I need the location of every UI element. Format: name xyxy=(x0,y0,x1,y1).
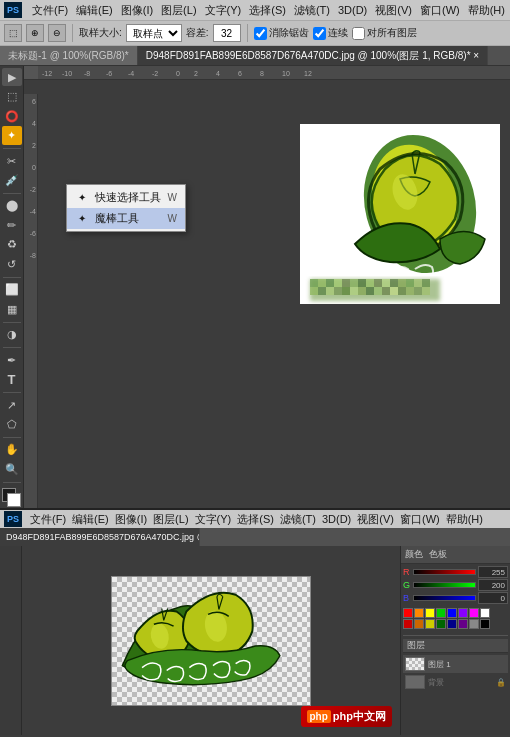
menu-filter[interactable]: 滤镜(T) xyxy=(294,3,330,18)
tool-path-select[interactable]: ↗ xyxy=(2,396,22,414)
menu-help-b[interactable]: 帮助(H) xyxy=(446,512,483,527)
menu-image-b[interactable]: 图像(I) xyxy=(115,512,147,527)
sample-size-select[interactable]: 取样点 xyxy=(126,24,182,42)
bg-layer-item[interactable]: 背景 🔒 xyxy=(403,673,508,691)
menu-layer-b[interactable]: 图层(L) xyxy=(153,512,188,527)
options-bar-top: ⬚ ⊕ ⊖ 取样大小: 取样点 容差: 消除锯齿 连续 对所有图层 xyxy=(0,20,510,46)
menu-image[interactable]: 图像(I) xyxy=(121,3,153,18)
tool-brush[interactable]: ✏ xyxy=(2,216,22,234)
tool-options-icon2[interactable]: ⊕ xyxy=(26,24,44,42)
tab-untitled[interactable]: 未标题-1 @ 100%(RGB/8)* xyxy=(0,46,138,65)
swatch-indigo[interactable] xyxy=(458,619,468,629)
tool-text[interactable]: T xyxy=(2,370,22,388)
swatch-white[interactable] xyxy=(480,608,490,618)
swatch-orange[interactable] xyxy=(414,608,424,618)
color-picker[interactable] xyxy=(2,488,22,506)
menu-3d-b[interactable]: 3D(D) xyxy=(322,513,351,525)
tool-magic-wand[interactable]: ✦ xyxy=(2,126,22,144)
menu-layer[interactable]: 图层(L) xyxy=(161,3,196,18)
menu-file[interactable]: 文件(F) xyxy=(32,3,68,18)
swatch-darkred[interactable] xyxy=(403,619,413,629)
color-r-row: R xyxy=(403,566,508,578)
tool-zoom[interactable]: 🔍 xyxy=(2,460,22,478)
swatch-red[interactable] xyxy=(403,608,413,618)
ruler-horizontal: -12 -10 -8 -6 -4 -2 0 2 4 6 8 10 12 xyxy=(24,66,510,80)
menu-text[interactable]: 文字(Y) xyxy=(205,3,242,18)
tab-jpg-bottom[interactable]: D948FD891FAB899E6D8587D676A470DC.jpg @ 1… xyxy=(0,528,200,546)
tool-eraser[interactable]: ⬜ xyxy=(2,281,22,299)
swatch-green[interactable] xyxy=(436,608,446,618)
menu-3d[interactable]: 3D(D) xyxy=(338,4,367,16)
canvas-with-ruler: 6 4 2 0 -2 -4 -6 -8 ✦ 快速选择工具 xyxy=(24,80,510,508)
menu-select[interactable]: 选择(S) xyxy=(249,3,286,18)
svg-rect-29 xyxy=(382,287,390,295)
tool-pen[interactable]: ✒ xyxy=(2,351,22,369)
quick-select-icon: ✦ xyxy=(75,191,89,205)
tool-select-rect[interactable]: ⬚ xyxy=(2,87,22,105)
svg-rect-17 xyxy=(406,279,414,287)
menu-view[interactable]: 视图(V) xyxy=(375,3,412,18)
tool-options-icon1[interactable]: ⬚ xyxy=(4,24,22,42)
swatch-brown[interactable] xyxy=(414,619,424,629)
toolbar-left-top: ▶ ⬚ ⭕ ✦ ✂ 💉 ⬤ ✏ ♻ ↺ ⬜ ▦ ◑ ✒ T ↗ ⬠ ✋ 🔍 xyxy=(0,66,24,508)
menu-window[interactable]: 窗口(W) xyxy=(420,3,460,18)
contiguous-checkbox[interactable]: 连续 xyxy=(313,26,348,40)
ruler-vertical: 6 4 2 0 -2 -4 -6 -8 xyxy=(24,94,38,508)
menu-edit-b[interactable]: 编辑(E) xyxy=(72,512,109,527)
svg-rect-12 xyxy=(366,279,374,287)
swatch-blue[interactable] xyxy=(447,608,457,618)
tool-hand[interactable]: ✋ xyxy=(2,441,22,459)
content-area-top: -12 -10 -8 -6 -4 -2 0 2 4 6 8 10 12 6 4 xyxy=(24,66,510,508)
tool-spot-heal[interactable]: ⬤ xyxy=(2,197,22,215)
tab-jpg-file[interactable]: D948FD891FAB899E6D8587D676A470DC.jpg @ 1… xyxy=(138,46,488,65)
layer-item[interactable]: 图层 1 xyxy=(403,655,508,673)
tool-lasso[interactable]: ⭕ xyxy=(2,107,22,125)
svg-rect-16 xyxy=(398,279,406,287)
svg-rect-26 xyxy=(358,287,366,295)
tolerance-input[interactable] xyxy=(213,24,241,42)
menu-text-b[interactable]: 文字(Y) xyxy=(195,512,232,527)
tool-eyedropper[interactable]: 💉 xyxy=(2,171,22,189)
menu-filter-b[interactable]: 滤镜(T) xyxy=(280,512,316,527)
menu-edit[interactable]: 编辑(E) xyxy=(76,3,113,18)
tool-context-menu: ✦ 快速选择工具 W ✦ 魔棒工具 W xyxy=(66,184,186,232)
tool-dodge[interactable]: ◑ xyxy=(2,326,22,344)
panels-right: 颜色 色板 R G B xyxy=(400,546,510,735)
swatch-yellow[interactable] xyxy=(425,608,435,618)
swatch-black[interactable] xyxy=(480,619,490,629)
tool-shape[interactable]: ⬠ xyxy=(2,415,22,433)
swatch-gray[interactable] xyxy=(469,619,479,629)
menu-window-b[interactable]: 窗口(W) xyxy=(400,512,440,527)
tool-crop[interactable]: ✂ xyxy=(2,152,22,170)
swatch-purple[interactable] xyxy=(458,608,468,618)
swatch-magenta[interactable] xyxy=(469,608,479,618)
canvas-artwork-bottom xyxy=(111,576,311,706)
artwork-svg-top xyxy=(300,124,500,304)
anti-alias-checkbox[interactable]: 消除锯齿 xyxy=(254,26,309,40)
quick-select-tool-item[interactable]: ✦ 快速选择工具 W xyxy=(67,187,185,208)
ps-bottom-instance: PS 文件(F) 编辑(E) 图像(I) 图层(L) 文字(Y) 选择(S) 滤… xyxy=(0,510,510,735)
menu-file-b[interactable]: 文件(F) xyxy=(30,512,66,527)
color-b-row: B xyxy=(403,592,508,604)
tool-clone[interactable]: ♻ xyxy=(2,236,22,254)
swatch-darkgreen[interactable] xyxy=(436,619,446,629)
swatch-olive[interactable] xyxy=(425,619,435,629)
magic-wand-tool-item[interactable]: ✦ 魔棒工具 W xyxy=(67,208,185,229)
color-b-input[interactable] xyxy=(478,592,508,604)
tool-history-brush[interactable]: ↺ xyxy=(2,255,22,273)
menu-view-b[interactable]: 视图(V) xyxy=(357,512,394,527)
color-r-input[interactable] xyxy=(478,566,508,578)
tool-options-icon3[interactable]: ⊖ xyxy=(48,24,66,42)
all-layers-checkbox[interactable]: 对所有图层 xyxy=(352,26,417,40)
color-g-row: G xyxy=(403,579,508,591)
swatches-grid xyxy=(403,608,508,629)
magic-wand-icon: ✦ xyxy=(75,212,89,226)
php-watermark: php php中文网 xyxy=(301,706,393,727)
swatch-navy[interactable] xyxy=(447,619,457,629)
menu-select-b[interactable]: 选择(S) xyxy=(237,512,274,527)
color-g-input[interactable] xyxy=(478,579,508,591)
tool-gradient[interactable]: ▦ xyxy=(2,300,22,318)
layers-header: 图层 xyxy=(403,639,508,653)
menu-help[interactable]: 帮助(H) xyxy=(468,3,505,18)
tool-move[interactable]: ▶ xyxy=(2,68,22,86)
